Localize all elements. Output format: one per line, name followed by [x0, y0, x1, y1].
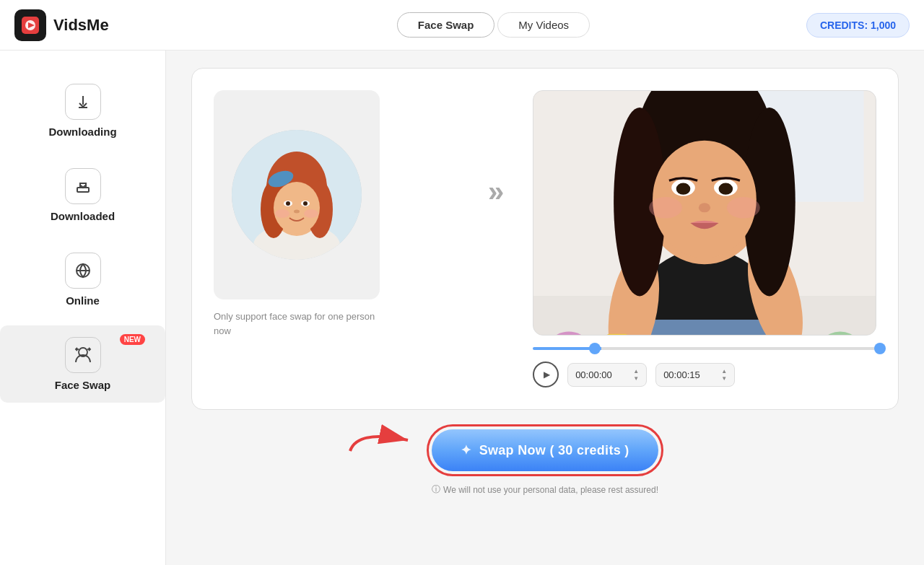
globe-icon-box [65, 253, 101, 289]
start-time-down-icon[interactable]: ▼ [633, 375, 639, 382]
start-time-value: 00:00:00 [575, 369, 612, 380]
play-button[interactable]: ▶ [533, 362, 559, 387]
sidebar: Downloading Downloaded Onl [0, 51, 166, 565]
sidebar-item-online[interactable]: Online [0, 241, 165, 318]
end-time-value: 00:00:15 [663, 369, 700, 380]
swap-button-label: Swap Now ( 30 credits ) [479, 443, 629, 458]
end-time-up-icon[interactable]: ▲ [721, 368, 727, 375]
logo-area: VidsMe [14, 9, 180, 41]
red-arrow-indicator [343, 422, 422, 458]
sidebar-item-downloading-label: Downloading [48, 126, 116, 138]
sidebar-item-face-swap[interactable]: NEW Face Swap [0, 325, 165, 403]
face-preview-circle [232, 130, 362, 260]
svg-point-25 [304, 209, 318, 218]
face-support-text: Only support face swap for one person no… [214, 310, 380, 338]
face-upload-panel: Only support face swap for one person no… [214, 90, 459, 338]
svg-point-43 [719, 183, 733, 195]
svg-point-23 [294, 210, 300, 214]
face-upload-box[interactable] [214, 90, 380, 299]
timeline-row [533, 347, 876, 350]
swap-now-button[interactable]: ✦ Swap Now ( 30 credits ) [432, 429, 658, 471]
swap-button-outer: ✦ Swap Now ( 30 credits ) [427, 424, 663, 476]
video-preview-box [533, 90, 876, 336]
play-icon: ▶ [544, 369, 550, 380]
face-portrait-svg [232, 130, 362, 260]
controls-row: ▶ 00:00:00 ▲ ▼ 00:00:15 ▲ ▼ [533, 362, 876, 387]
sidebar-item-downloaded[interactable]: Downloaded [0, 157, 165, 234]
svg-point-45 [649, 197, 682, 218]
end-time-down-icon[interactable]: ▼ [721, 375, 727, 382]
video-portrait-svg [533, 91, 876, 336]
new-badge: NEW [120, 334, 145, 345]
downloaded-icon [74, 178, 92, 195]
double-chevron-arrow: » [488, 90, 504, 206]
start-time-up-icon[interactable]: ▲ [633, 368, 639, 375]
online-icon [74, 262, 92, 279]
face-swap-card: Only support face swap for one person no… [191, 68, 899, 410]
start-time-spinners[interactable]: ▲ ▼ [633, 368, 639, 382]
logo-svg [20, 15, 40, 35]
downloading-icon [74, 93, 92, 110]
download-arrow-icon-box [65, 84, 101, 120]
header-nav: Face Swap My Videos [180, 12, 806, 38]
sidebar-item-downloaded-label: Downloaded [51, 210, 115, 222]
slider-thumb-left[interactable] [589, 343, 601, 354]
app-logo-icon [14, 9, 46, 41]
main-layout: Downloading Downloaded Onl [0, 51, 924, 565]
start-time-input[interactable]: 00:00:00 ▲ ▼ [567, 363, 647, 387]
end-time-spinners[interactable]: ▲ ▼ [721, 368, 727, 382]
svg-point-44 [699, 203, 710, 212]
main-content: Only support face swap for one person no… [166, 51, 924, 565]
swap-loading-icon: ✦ [461, 442, 471, 458]
credits-badge: CREDITS: 1,000 [806, 13, 910, 38]
face-swap-icon-box [65, 337, 101, 373]
download-tray-icon-box [65, 168, 101, 204]
tab-my-videos[interactable]: My Videos [497, 12, 590, 38]
svg-point-46 [727, 197, 760, 218]
sidebar-item-online-label: Online [66, 294, 100, 307]
svg-point-24 [275, 209, 289, 218]
arrow-svg [343, 422, 422, 458]
info-icon: ⓘ [432, 483, 440, 496]
bottom-area: ✦ Swap Now ( 30 credits ) ⓘ We will not … [191, 424, 899, 496]
privacy-text: ⓘ We will not use your personal data, pl… [432, 483, 658, 496]
sidebar-item-downloading[interactable]: Downloading [0, 72, 165, 149]
slider-thumb-right[interactable] [874, 343, 886, 354]
svg-point-21 [286, 201, 290, 206]
face-swap-icon [73, 345, 93, 365]
sidebar-item-face-swap-label: Face Swap [55, 379, 111, 391]
timeline-slider[interactable] [533, 347, 876, 350]
tab-face-swap[interactable]: Face Swap [397, 12, 495, 38]
video-panel: ▶ 00:00:00 ▲ ▼ 00:00:15 ▲ ▼ [533, 90, 876, 387]
svg-point-22 [303, 201, 308, 206]
svg-point-18 [274, 182, 320, 234]
svg-point-42 [676, 183, 691, 195]
svg-rect-31 [640, 320, 770, 336]
app-header: VidsMe Face Swap My Videos CREDITS: 1,00… [0, 0, 924, 51]
end-time-input[interactable]: 00:00:15 ▲ ▼ [655, 363, 735, 387]
privacy-text-content: We will not use your personal data, plea… [443, 485, 658, 495]
chevron-right-icon: » [488, 177, 504, 206]
app-name: VidsMe [53, 16, 109, 35]
